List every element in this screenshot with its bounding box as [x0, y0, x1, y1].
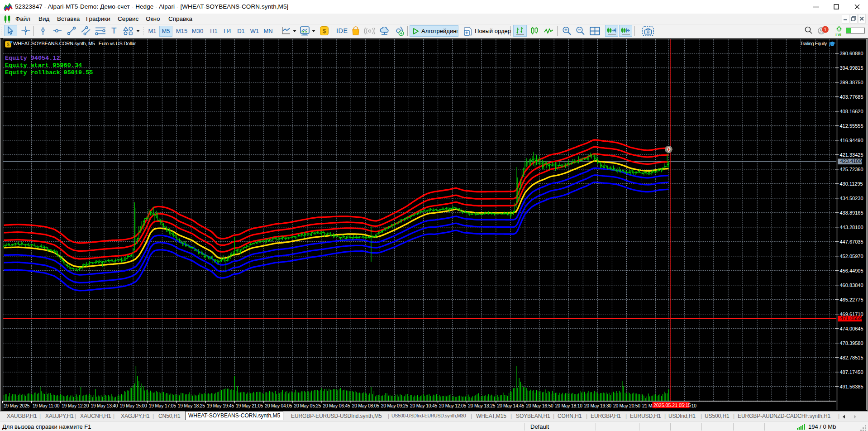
svg-text:19 May 15:00: 19 May 15:00	[120, 403, 147, 408]
svg-text:474.00645: 474.00645	[840, 326, 863, 331]
svg-text:399.38750: 399.38750	[840, 80, 863, 85]
svg-text:$: $	[7, 42, 10, 47]
svg-text::10: :10	[690, 403, 696, 408]
svg-text:438.89165: 438.89165	[840, 210, 863, 216]
svg-text:460.83840: 460.83840	[840, 283, 863, 288]
svg-text:20 May 10:45: 20 May 10:45	[410, 403, 437, 408]
svg-text:19 May 2025: 19 May 2025	[4, 403, 30, 408]
svg-text:447.67035: 447.67035	[840, 239, 863, 244]
svg-text:425.72360: 425.72360	[840, 167, 863, 172]
svg-text:20 May 05:25: 20 May 05:25	[294, 403, 321, 408]
svg-text:471.05596: 471.05596	[840, 316, 865, 321]
svg-text:456.44905: 456.44905	[840, 268, 863, 273]
svg-text:478.39580: 478.39580	[840, 340, 863, 346]
svg-text:465.22775: 465.22775	[840, 297, 863, 302]
svg-text:20 May 04:05: 20 May 04:05	[265, 403, 292, 408]
svg-text:19 May 19:45: 19 May 19:45	[207, 403, 234, 408]
svg-text:20 May 18:10: 20 May 18:10	[555, 403, 582, 408]
svg-text:2025.05.21 05:15: 2025.05.21 05:15	[653, 402, 691, 408]
svg-text:403.77685: 403.77685	[840, 94, 863, 100]
svg-text:443.28100: 443.28100	[840, 225, 863, 230]
svg-text:412.55555: 412.55555	[840, 123, 863, 129]
svg-text:20 May 06:45: 20 May 06:45	[323, 403, 350, 408]
svg-text:20 May 13:25: 20 May 13:25	[468, 403, 495, 408]
svg-text:390.60880: 390.60880	[840, 51, 863, 56]
svg-text:394.99815: 394.99815	[840, 65, 863, 71]
svg-text:421.33425: 421.33425	[840, 152, 863, 158]
svg-text:20 May 20:50: 20 May 20:50	[613, 403, 640, 408]
svg-text:19 May 21:05: 19 May 21:05	[236, 403, 263, 408]
svg-text:19 May 17:05: 19 May 17:05	[149, 403, 176, 408]
svg-text:452.05970: 452.05970	[840, 254, 863, 259]
svg-text:408.16620: 408.16620	[840, 109, 863, 114]
svg-text:20 May 16:50: 20 May 16:50	[526, 403, 553, 408]
svg-text:20 May 08:05: 20 May 08:05	[352, 403, 379, 408]
svg-text:434.50230: 434.50230	[840, 196, 863, 201]
svg-text:19 May 18:25: 19 May 18:25	[178, 403, 205, 408]
svg-text:482.78515: 482.78515	[840, 355, 863, 360]
svg-text:430.11295: 430.11295	[840, 181, 863, 187]
svg-text:423.41000: 423.41000	[840, 158, 865, 164]
svg-text:487.17450: 487.17450	[840, 369, 863, 375]
svg-text:20 May 14:45: 20 May 14:45	[497, 403, 524, 408]
svg-text:20 May 09:25: 20 May 09:25	[381, 403, 408, 408]
svg-text:491.56385: 491.56385	[840, 384, 863, 389]
svg-text:20 May 12:05: 20 May 12:05	[439, 403, 466, 408]
svg-text:416.94490: 416.94490	[840, 138, 863, 143]
svg-text:19 May 11:00: 19 May 11:00	[33, 403, 60, 408]
svg-text:19 May 13:40: 19 May 13:40	[91, 403, 118, 408]
svg-text:19 May 12:20: 19 May 12:20	[62, 403, 89, 408]
svg-text:20 May 19:30: 20 May 19:30	[584, 403, 611, 408]
